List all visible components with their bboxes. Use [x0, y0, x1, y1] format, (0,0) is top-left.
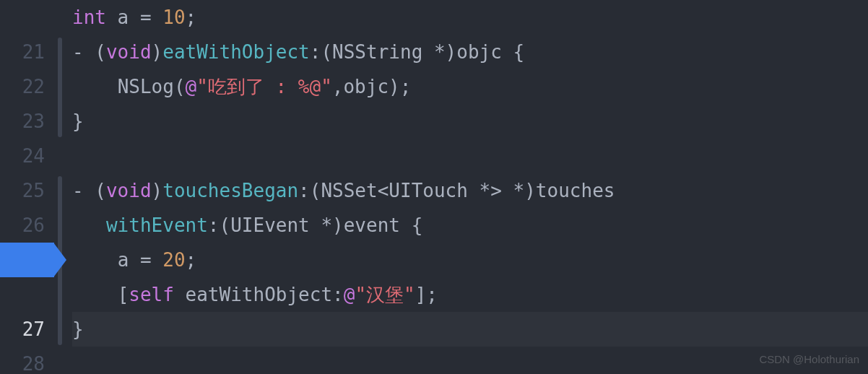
line-gutter: 20 21 22 23 24 25 26 27 28 29 — [0, 0, 58, 374]
punct: ) — [152, 41, 163, 63]
keyword: int — [72, 6, 106, 28]
punct: ] — [415, 284, 427, 305]
punct: ( — [321, 41, 332, 63]
punct: < — [378, 180, 389, 201]
code-line-breakpoint[interactable]: a = 20; — [72, 243, 868, 277]
operator: = — [140, 6, 152, 28]
line-number: 21 — [0, 35, 45, 69]
punct: ( — [220, 214, 231, 236]
method-name: eatWithObject — [162, 41, 310, 63]
line-number: 26 — [0, 208, 45, 243]
string-quote: " — [404, 284, 415, 305]
string-quote: " — [196, 76, 208, 97]
punct: : — [332, 284, 344, 305]
punct: ; — [186, 6, 197, 28]
at-sign: @ — [344, 284, 355, 305]
self-keyword: self — [129, 284, 174, 305]
punct: ) — [332, 214, 344, 236]
punct: , — [332, 76, 344, 97]
method-call: eatWithObject — [186, 284, 333, 305]
method-name: withEvent — [106, 214, 208, 236]
punct: ; — [186, 249, 197, 271]
string-quote: " — [355, 284, 366, 305]
punct: [ — [118, 284, 129, 305]
code-line[interactable]: } — [72, 312, 868, 347]
operator: = — [140, 249, 152, 271]
punct: ) — [152, 180, 163, 201]
line-number: 25 — [0, 173, 45, 208]
operator: * — [479, 180, 491, 201]
identifier: objc — [343, 76, 389, 97]
punct: } — [72, 110, 84, 132]
string-literal: 吃到了 : %@ — [208, 76, 321, 97]
at-sign: @ — [186, 76, 197, 97]
class-name: NSSet — [321, 180, 377, 201]
number-literal: 10 — [162, 6, 185, 28]
line-number-breakpoint[interactable]: 27 — [0, 312, 45, 347]
identifier: a — [106, 6, 140, 28]
fold-column — [58, 0, 66, 374]
punct: : — [208, 214, 220, 236]
fold-marker[interactable] — [58, 38, 62, 137]
code-line[interactable]: - (void)eatWithObject:(NSString *)objc { — [72, 35, 868, 69]
class-name: UITouch — [389, 180, 479, 201]
punct: > — [490, 180, 513, 201]
code-area[interactable]: int a = 10; - (void)eatWithObject:(NSStr… — [66, 0, 868, 374]
punct: ( — [95, 41, 106, 63]
code-line[interactable]: } — [72, 104, 868, 139]
punct: : — [310, 41, 321, 63]
line-number: 23 — [0, 104, 45, 139]
string-literal: 汉堡 — [366, 284, 404, 305]
operator: * — [513, 180, 525, 201]
class-name: NSString — [332, 41, 434, 63]
punct: { — [412, 214, 423, 236]
line-number: 20 — [0, 0, 45, 9]
number-literal: 20 — [162, 249, 185, 271]
code-editor[interactable]: 20 21 22 23 24 25 26 27 28 29 int a = 10… — [0, 0, 868, 374]
punct: ; — [426, 284, 438, 305]
param-name: objc — [456, 41, 513, 63]
punct: - — [72, 41, 95, 63]
punct: ( — [95, 180, 106, 201]
keyword: void — [106, 41, 152, 63]
code-line[interactable]: NSLog(@"吃到了 : %@",objc); — [72, 69, 868, 104]
punct: : — [298, 180, 310, 201]
function-call: NSLog — [118, 76, 174, 97]
punct: ) — [389, 76, 400, 97]
punct: { — [513, 41, 525, 63]
identifier: a — [118, 249, 140, 271]
punct: ) — [446, 41, 457, 63]
line-number: 24 — [0, 139, 45, 173]
punct: ( — [310, 180, 321, 201]
code-line-empty[interactable] — [72, 139, 868, 173]
punct: ( — [174, 76, 186, 97]
keyword: void — [106, 180, 152, 201]
punct: ) — [524, 180, 536, 201]
line-number: 22 — [0, 69, 45, 104]
param-name: touches — [536, 180, 615, 201]
string-quote: " — [321, 76, 332, 97]
punct: ; — [400, 76, 412, 97]
operator: * — [434, 41, 446, 63]
punct: - — [72, 180, 95, 201]
code-line[interactable]: int a = 10; — [72, 0, 868, 35]
method-name: touchesBegan — [162, 180, 298, 201]
watermark-text: CSDN @Holothurian — [759, 349, 859, 370]
code-line-wrap[interactable]: withEvent:(UIEvent *)event { — [72, 208, 868, 243]
line-number: 28 — [0, 347, 45, 374]
code-line[interactable]: [self eatWithObject:@"汉堡"]; — [72, 277, 868, 312]
code-line[interactable]: - (void)touchesBegan:(NSSet<UITouch *> *… — [72, 173, 868, 208]
operator: * — [321, 214, 332, 236]
punct: } — [72, 318, 84, 340]
class-name: UIEvent — [230, 214, 321, 236]
param-name: event — [344, 214, 412, 236]
